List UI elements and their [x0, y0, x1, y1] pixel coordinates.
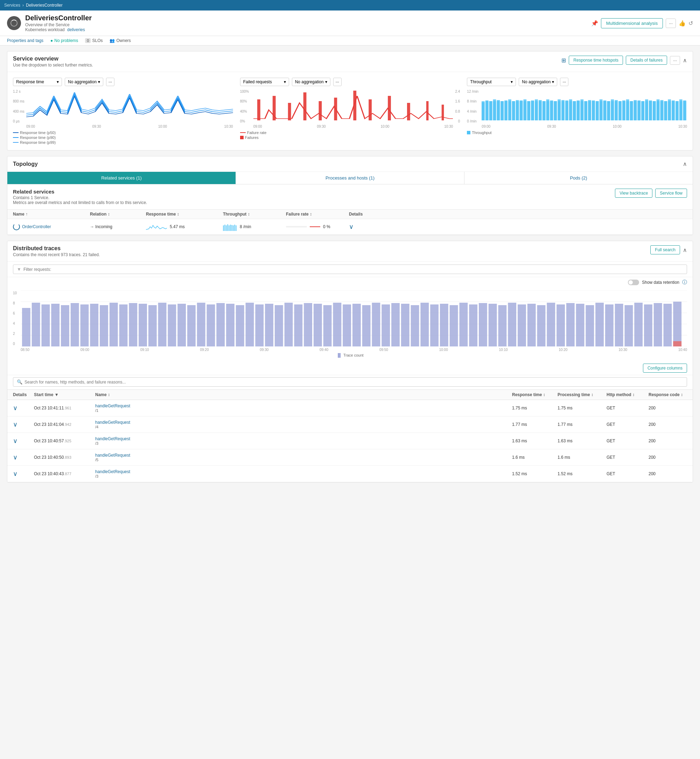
response-time-chart: Response time▾ No aggregation▾ ··· 1.2 s…	[13, 78, 233, 145]
svg-rect-117	[333, 303, 342, 347]
col-response-header[interactable]: Response time ↕	[146, 212, 223, 217]
svg-rect-33	[554, 101, 557, 120]
thumbs-up-button[interactable]: 👍	[679, 20, 686, 27]
svg-rect-110	[265, 304, 273, 347]
col-name-hdr[interactable]: Name ↕	[95, 392, 512, 397]
data-retention-toggle[interactable]	[628, 280, 639, 285]
details-failures-button[interactable]: Details of failures	[626, 56, 667, 65]
svg-rect-32	[550, 100, 553, 120]
no-problems-status[interactable]: ● No problems	[50, 38, 78, 43]
chart1-more[interactable]: ···	[106, 78, 114, 86]
svg-rect-131	[469, 305, 477, 347]
svg-rect-42	[588, 100, 592, 120]
chart3-more[interactable]: ···	[560, 78, 569, 86]
svg-rect-142	[576, 304, 584, 347]
col-failure-header[interactable]: Failure rate ↕	[286, 212, 349, 217]
tab-processes-hosts[interactable]: Processes and hosts (1)	[236, 172, 464, 184]
trace-name-main[interactable]: handleGetRequest	[95, 436, 512, 441]
response-time-select[interactable]: Response time▾	[13, 78, 62, 86]
topology-collapse-icon[interactable]: ∧	[683, 161, 687, 167]
nav-services[interactable]: Services	[4, 3, 20, 8]
svg-rect-77	[236, 225, 237, 231]
response-time-cell: 5.47 ms	[146, 223, 223, 231]
trace-name-main[interactable]: handleGetRequest	[95, 403, 512, 408]
trace-search-input[interactable]	[25, 380, 683, 384]
col-name-header[interactable]: Name ↑	[13, 212, 90, 217]
svg-rect-60	[656, 99, 660, 120]
tab-pods[interactable]: Pods (2)	[464, 172, 693, 184]
col-relation-header[interactable]: Relation ↕	[90, 212, 146, 217]
info-icon[interactable]: ⓘ	[682, 279, 687, 286]
svg-rect-35	[561, 100, 564, 120]
svg-rect-54	[634, 100, 637, 120]
service-flow-button[interactable]: Service flow	[655, 189, 687, 198]
throughput-select[interactable]: Throughput▾	[467, 78, 516, 86]
chart2-more[interactable]: ···	[333, 78, 342, 86]
configure-columns-button[interactable]: Configure columns	[643, 364, 687, 373]
svg-rect-16	[489, 101, 492, 120]
slos-link[interactable]: 0 SLOs	[85, 38, 103, 43]
svg-rect-23	[516, 100, 519, 120]
trace-name-main[interactable]: handleGetRequest	[95, 453, 512, 458]
aggregation-select-1[interactable]: No aggregation▾	[65, 78, 103, 86]
svg-rect-144	[595, 303, 604, 347]
trace-expand-btn[interactable]: ∨	[13, 470, 34, 478]
col-details-header: Details	[349, 212, 377, 217]
view-backtrace-button[interactable]: View backtrace	[615, 189, 652, 198]
svg-rect-95	[119, 305, 128, 347]
svg-rect-122	[381, 305, 390, 347]
svg-rect-150	[654, 303, 662, 347]
trace-expand-btn[interactable]: ∨	[13, 421, 34, 428]
svg-rect-28	[535, 99, 538, 120]
col-httpmethod-hdr[interactable]: Http method ↕	[606, 392, 648, 397]
properties-tags-link[interactable]: Properties and tags	[7, 38, 44, 43]
failed-requests-select[interactable]: Failed requests▾	[240, 78, 289, 86]
refresh-button[interactable]: ↺	[689, 20, 693, 27]
svg-rect-3	[303, 92, 306, 120]
col-starttime-hdr[interactable]: Start time ▼	[34, 392, 95, 397]
svg-rect-52	[626, 99, 629, 120]
trace-name-main[interactable]: handleGetRequest	[95, 420, 512, 425]
throughput-cell: 8 /min	[223, 223, 286, 231]
trace-response-code: 200	[648, 406, 687, 411]
full-search-button[interactable]: Full search	[650, 245, 680, 255]
header-more-button[interactable]: ···	[666, 19, 676, 28]
trace-row: ∨ Oct 23 10:40:50.893 handleGetRequest /…	[7, 449, 693, 466]
svg-rect-26	[527, 101, 531, 120]
svg-rect-140	[556, 305, 565, 347]
trace-http-method: GET	[606, 406, 648, 411]
overview-more-button[interactable]: ···	[670, 56, 680, 65]
svg-rect-128	[440, 304, 448, 347]
trace-expand-btn[interactable]: ∨	[13, 437, 34, 445]
response-hotspots-button[interactable]: Response time hotspots	[569, 56, 623, 65]
trace-name-sub: /4	[95, 425, 512, 429]
owners-link[interactable]: 👥 Owners	[109, 38, 131, 43]
trace-expand-btn[interactable]: ∨	[13, 404, 34, 412]
aggregation-select-3[interactable]: No aggregation▾	[519, 78, 557, 86]
svg-rect-97	[139, 304, 147, 347]
col-resptime-hdr[interactable]: Response time ↕	[512, 392, 558, 397]
svg-rect-10	[426, 101, 429, 120]
svg-rect-61	[661, 100, 664, 120]
trace-start-time: Oct 23 10:40:50.893	[34, 455, 95, 460]
trace-start-time: Oct 23 10:41:04.942	[34, 422, 95, 427]
col-respcode-hdr[interactable]: Response code ↕	[648, 392, 687, 397]
col-proctime-hdr[interactable]: Processing time ↕	[558, 392, 606, 397]
traces-collapse-icon[interactable]: ∧	[683, 247, 687, 253]
order-controller-link[interactable]: OrderController	[22, 224, 51, 229]
col-throughput-header[interactable]: Throughput ↕	[223, 212, 286, 217]
tab-related-services[interactable]: Related services (1)	[7, 172, 236, 184]
collapse-icon[interactable]: ∧	[683, 57, 687, 64]
trace-name-main[interactable]: handleGetRequest	[95, 469, 512, 474]
details-expand[interactable]: ∨	[349, 223, 377, 231]
svg-rect-126	[420, 303, 429, 347]
filter-requests-input[interactable]	[23, 267, 683, 272]
toggle-label: Show data retention	[642, 280, 679, 285]
svg-rect-88	[51, 304, 59, 347]
trace-expand-btn[interactable]: ∨	[13, 453, 34, 461]
workload-link[interactable]: deliveries	[67, 27, 85, 32]
aggregation-select-2[interactable]: No aggregation▾	[292, 78, 330, 86]
trace-start-time: Oct 23 10:40:57.925	[34, 439, 95, 444]
multidimensional-analysis-button[interactable]: Multidimensional analysis	[601, 18, 663, 28]
pin-button[interactable]: 📌	[591, 20, 598, 27]
